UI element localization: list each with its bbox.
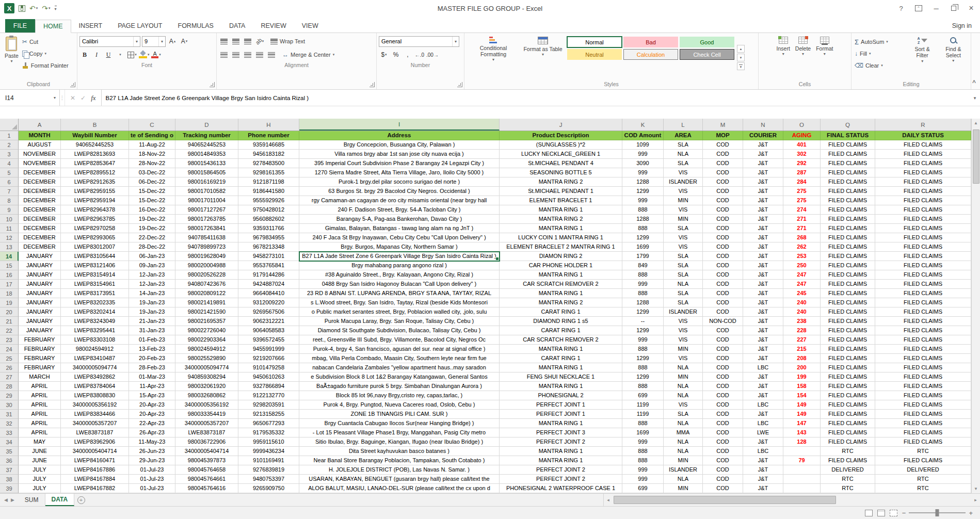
cell-n10[interactable]: J&T — [743, 215, 783, 224]
cell-h22[interactable]: 9064058583 — [238, 326, 299, 335]
cell-d17[interactable]: 940807423676 — [175, 280, 238, 289]
cell-l7[interactable]: VIS — [664, 187, 703, 196]
cell-c37[interactable]: 01-Jul-23 — [129, 465, 175, 475]
cell-m22[interactable]: COD — [703, 326, 743, 335]
cell-c27[interactable]: 01-Mar-23 — [129, 372, 175, 382]
cell-c19[interactable]: 19-Jan-23 — [129, 298, 175, 307]
cell-k23[interactable]: 999 — [622, 335, 664, 345]
row-number-14[interactable]: 14 — [0, 252, 19, 261]
cell-m18[interactable]: COD — [703, 289, 743, 298]
cell-a4[interactable]: NOVEMBER — [19, 159, 61, 168]
cell-i32[interactable]: Brgy Cuantacla Cabugao Ilocos Sur(near H… — [299, 419, 500, 428]
redo-button[interactable]: ↷▾ — [42, 4, 50, 12]
row-number-30[interactable]: 30 — [0, 400, 19, 410]
cell-k4[interactable]: 3090 — [622, 159, 664, 168]
cell-k28[interactable]: 888 — [622, 382, 664, 391]
cell-h36[interactable]: 9101169491 — [238, 456, 299, 465]
cell-l13[interactable]: VIS — [664, 242, 703, 252]
cell-r8[interactable]: FILED CLAIMS — [875, 196, 971, 205]
cell-o33[interactable]: 143 — [783, 428, 821, 437]
cell-m27[interactable]: COD — [703, 372, 743, 382]
cell-o19[interactable]: 240 — [783, 298, 821, 307]
cell-q35[interactable]: RTC — [821, 447, 875, 456]
row-number-33[interactable]: 33 — [0, 428, 19, 437]
cell-n35[interactable]: LBC — [743, 447, 783, 456]
cell-l19[interactable]: SLA — [664, 298, 703, 307]
tab-home[interactable]: HOME — [35, 20, 71, 33]
clear-button[interactable]: ⌫Clear▾ — [855, 60, 906, 71]
cell-n26[interactable]: LBC — [743, 363, 783, 372]
cell-q11[interactable]: FILED CLAIMS — [821, 224, 875, 233]
cell-j13[interactable]: ELEMENT BRACELET 2 MANTRA RING 1 — [500, 242, 622, 252]
cancel-button[interactable]: ✕ — [70, 94, 75, 102]
cell-a5[interactable]: DECEMBER — [19, 168, 61, 177]
cell-i2[interactable]: Brgy Concepcion, Busuanga City, Palawan … — [299, 140, 500, 150]
cell-i18[interactable]: 23 RD 8 ABNAI ST. LUPANG ARENDA, BRGY ST… — [299, 289, 500, 298]
cell-d12[interactable]: 940785411638 — [175, 233, 238, 242]
cell-j8[interactable]: ELEMENT BRACELET 1 — [500, 196, 622, 205]
fill-color-button[interactable]: ▾ — [139, 50, 150, 60]
cell-j23[interactable]: CAR SCRATCH REMOVER 2 — [500, 335, 622, 345]
cell-a11[interactable]: DECEMBER — [19, 224, 61, 233]
cell-a2[interactable]: AUGUST — [19, 140, 61, 150]
cell-b11[interactable]: LWEP82970258 — [61, 224, 129, 233]
cell-l20[interactable]: ISLANDER — [664, 307, 703, 317]
cell-j30[interactable]: PERFECT JOINT 1 — [500, 400, 622, 410]
cell-i33[interactable]: - Lot 15 Pleasant Village Phase1 Brgy, M… — [299, 428, 500, 437]
cell-r14[interactable]: FILED CLAIMS — [875, 252, 971, 261]
gallery-more-button[interactable]: ▾ — [737, 62, 745, 70]
cell-m31[interactable]: COD — [703, 410, 743, 419]
cell-c5[interactable]: 03-Dec-22 — [129, 168, 175, 177]
cell-j4[interactable]: St.MICHAEL PENDANT 4 — [500, 159, 622, 168]
cell-a3[interactable]: NOVEMBER — [19, 150, 61, 159]
cell-q22[interactable]: FILED CLAIMS — [821, 326, 875, 335]
cell-a15[interactable]: JANUARY — [19, 261, 61, 270]
cell-a8[interactable]: DECEMBER — [19, 196, 61, 205]
cell-o4[interactable]: 292 — [783, 159, 821, 168]
page-layout-view-button[interactable] — [877, 510, 885, 516]
format-as-table-button[interactable]: Format as Table ▾ — [520, 35, 566, 80]
cell-m7[interactable]: COD — [703, 187, 743, 196]
cell-a7[interactable]: DECEMBER — [19, 187, 61, 196]
cell-h27[interactable]: 9450610263 — [238, 372, 299, 382]
cell-o10[interactable]: 271 — [783, 215, 821, 224]
row-number-37[interactable]: 37 — [0, 465, 19, 475]
tab-file[interactable]: FILE — [5, 19, 35, 33]
cell-b37[interactable]: LWEP84167886 — [61, 465, 129, 475]
cell-r29[interactable]: FILED CLAIMS — [875, 391, 971, 400]
cell-o21[interactable]: 238 — [783, 317, 821, 326]
cell-n34[interactable]: J&T — [743, 437, 783, 447]
cell-i24[interactable]: Purok-4, brgy 4, San francisco, agusan d… — [299, 345, 500, 354]
cell-q24[interactable]: FILED CLAIMS — [821, 345, 875, 354]
cell-o2[interactable]: 401 — [783, 140, 821, 150]
cell-k10[interactable]: 1288 — [622, 215, 664, 224]
cell-h39[interactable]: 9265909750 — [238, 484, 299, 493]
cell-d14[interactable]: 980019628049 — [175, 252, 238, 261]
cell-n22[interactable]: J&T — [743, 326, 783, 335]
cell-r26[interactable]: FILED CLAIMS — [875, 363, 971, 372]
cell-o9[interactable]: 274 — [783, 205, 821, 215]
cell-a24[interactable]: FEBRUARY — [19, 345, 61, 354]
cell-d39[interactable]: 980045764616 — [175, 484, 238, 493]
vertical-scroll-thumb[interactable] — [973, 129, 979, 184]
cell-c28[interactable]: 11-Apr-23 — [129, 382, 175, 391]
cell-n24[interactable]: J&T — [743, 345, 783, 354]
row-number-19[interactable]: 19 — [0, 298, 19, 307]
cell-r3[interactable]: FILED CLAIMS — [875, 150, 971, 159]
restore-button[interactable] — [945, 0, 962, 17]
cell-o24[interactable]: 215 — [783, 345, 821, 354]
header-cell-r1[interactable]: DAILY STATUS — [875, 131, 971, 140]
increase-font-size-button[interactable]: A▴ — [167, 36, 178, 47]
cell-l16[interactable]: SLA — [664, 270, 703, 280]
cell-n25[interactable]: J&T — [743, 354, 783, 363]
number-format-select[interactable]: General▾ — [379, 36, 459, 47]
cell-q20[interactable]: FILED CLAIMS — [821, 307, 875, 317]
cell-o26[interactable]: 200 — [783, 363, 821, 372]
insert-cells-button[interactable]: Insert ▾ — [774, 35, 793, 80]
cell-h28[interactable]: 9327866894 — [238, 382, 299, 391]
cell-h2[interactable]: 9359146685 — [238, 140, 299, 150]
cell-k32[interactable]: 888 — [622, 419, 664, 428]
cell-c32[interactable]: 22-Apr-23 — [129, 419, 175, 428]
cell-m24[interactable]: COD — [703, 345, 743, 354]
cell-o3[interactable]: 302 — [783, 150, 821, 159]
